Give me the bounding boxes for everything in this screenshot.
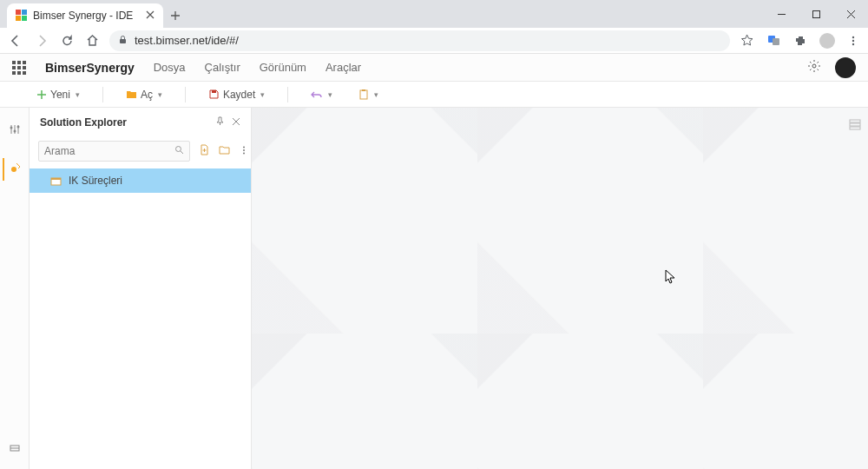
tree-item[interactable]: IK Süreçleri [30, 168, 251, 193]
tab-title: Bimser Synergy - IDE [33, 10, 133, 22]
svg-rect-29 [850, 127, 860, 129]
open-label: Aç [141, 89, 153, 101]
svg-point-23 [243, 153, 245, 155]
toolbar-separator [185, 87, 186, 102]
brand-name: BimserSynergy [45, 61, 135, 75]
svg-rect-4 [812, 10, 819, 17]
activity-rail [0, 108, 30, 469]
profile-avatar-small[interactable] [819, 33, 835, 49]
window-controls [764, 0, 868, 28]
url-text: test.bimser.net/ide/#/ [135, 34, 239, 47]
toolbar: Yeni ▾ Aç ▾ Kaydet ▾ ▾ ▾ [0, 82, 868, 108]
close-window-button[interactable] [833, 0, 868, 28]
menu-tools[interactable]: Araçlar [326, 61, 361, 74]
undo-icon [311, 89, 323, 101]
svg-point-11 [812, 64, 816, 68]
rail-bottom-icon[interactable] [5, 438, 24, 460]
save-disk-icon [208, 89, 220, 100]
menu-run[interactable]: Çalıştır [205, 61, 240, 74]
translate-extension-icon[interactable] [766, 32, 782, 49]
chevron-down-icon: ▾ [158, 90, 162, 99]
svg-point-9 [852, 39, 854, 41]
svg-rect-14 [362, 89, 365, 91]
svg-rect-3 [22, 16, 27, 21]
browser-extension-area [739, 32, 861, 49]
svg-point-17 [16, 126, 19, 129]
url-field[interactable]: test.bimser.net/ide/#/ [109, 30, 730, 51]
user-avatar[interactable] [835, 57, 856, 78]
svg-rect-1 [22, 10, 27, 15]
lock-icon [118, 35, 128, 46]
rail-explorer-icon[interactable] [3, 158, 25, 181]
clipboard-button[interactable]: ▾ [353, 89, 384, 101]
svg-rect-26 [51, 178, 61, 180]
chevron-down-icon: ▾ [374, 90, 378, 99]
back-button[interactable] [7, 32, 24, 50]
search-icon [174, 145, 184, 157]
forward-button[interactable] [33, 32, 50, 50]
panel-header: Solution Explorer [30, 108, 251, 137]
browser-menu-icon[interactable] [845, 33, 861, 49]
bookmark-star-icon[interactable] [739, 32, 755, 49]
toolbar-separator [102, 87, 103, 102]
svg-rect-5 [120, 39, 126, 43]
panel-title: Solution Explorer [40, 116, 127, 129]
solution-explorer-panel: Solution Explorer IK Süreçleri [30, 108, 252, 469]
tree-item-label: IK Süreçleri [69, 175, 122, 187]
project-icon [50, 175, 62, 187]
clipboard-icon [358, 89, 369, 101]
new-label: Yeni [50, 89, 70, 101]
svg-point-22 [243, 149, 245, 151]
home-button[interactable] [84, 32, 101, 49]
rail-sliders-icon[interactable] [5, 120, 24, 142]
save-button[interactable]: Kaydet ▾ [203, 89, 270, 101]
chevron-down-icon: ▾ [260, 90, 265, 99]
close-panel-icon[interactable] [232, 116, 240, 129]
toolbar-separator [287, 87, 288, 102]
svg-point-10 [852, 43, 854, 44]
app-header: BimserSynergy Dosya Çalıştır Görünüm Ara… [0, 54, 868, 82]
chevron-down-icon: ▾ [76, 90, 80, 99]
open-button[interactable]: Aç ▾ [121, 89, 168, 101]
extensions-puzzle-icon[interactable] [792, 32, 809, 49]
svg-rect-13 [360, 90, 367, 99]
svg-point-15 [10, 127, 12, 129]
svg-rect-2 [16, 16, 21, 21]
new-button[interactable]: Yeni ▾ [31, 89, 85, 101]
address-bar: test.bimser.net/ide/#/ [0, 28, 868, 54]
maximize-button[interactable] [799, 0, 833, 28]
reload-button[interactable] [59, 32, 76, 49]
svg-rect-12 [212, 90, 216, 93]
add-file-icon[interactable] [199, 143, 210, 159]
editor-content [252, 108, 868, 469]
settings-gear-icon[interactable] [807, 59, 821, 76]
menu-file[interactable]: Dosya [154, 61, 186, 74]
new-tab-button[interactable] [163, 3, 187, 28]
tab-favicon [16, 10, 28, 22]
chevron-down-icon: ▾ [328, 90, 332, 99]
undo-button[interactable]: ▾ [306, 89, 338, 101]
search-input[interactable] [44, 145, 174, 157]
apps-grid-icon[interactable] [12, 61, 26, 75]
svg-point-21 [243, 147, 245, 149]
menu-view[interactable]: Görünüm [260, 61, 306, 74]
svg-point-8 [852, 36, 854, 37]
more-options-icon[interactable] [239, 143, 249, 159]
svg-rect-7 [773, 38, 779, 45]
search-box[interactable] [38, 141, 190, 162]
browser-tab-strip: Bimser Synergy - IDE [0, 0, 868, 28]
cursor-icon [665, 269, 677, 288]
folder-icon[interactable] [219, 143, 230, 159]
minimize-button[interactable] [764, 0, 799, 28]
save-label: Kaydet [223, 89, 255, 101]
browser-tab[interactable]: Bimser Synergy - IDE [7, 3, 163, 28]
pin-icon[interactable] [215, 116, 225, 129]
tab-close-icon[interactable] [146, 10, 155, 22]
editor-layout-icon[interactable] [849, 118, 861, 134]
svg-rect-28 [850, 123, 860, 126]
svg-rect-0 [16, 10, 21, 15]
main-area: Solution Explorer IK Süreçleri [0, 108, 868, 469]
solution-tree: IK Süreçleri [30, 168, 251, 469]
svg-point-18 [11, 167, 16, 172]
plus-icon [36, 89, 47, 100]
